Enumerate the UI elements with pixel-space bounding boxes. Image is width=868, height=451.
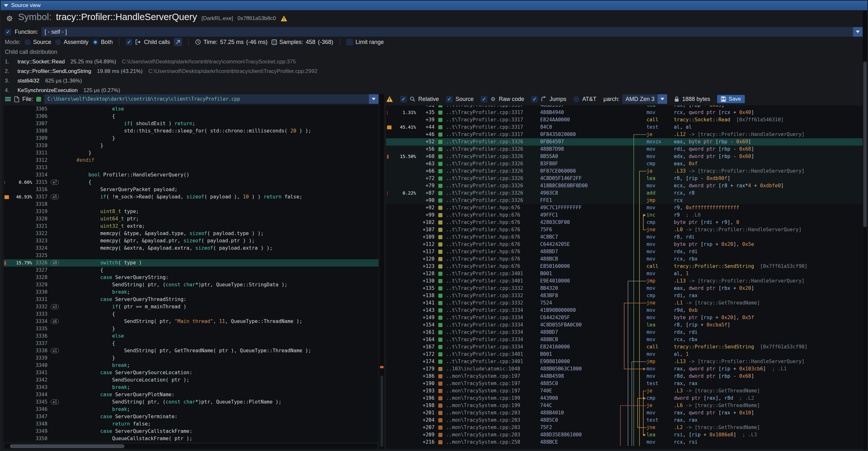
source-line[interactable]: 3346 break; [3,406,378,413]
child-call-item[interactable]: 1.tracy::Socket::Read25.25 ms (54.89%)C:… [5,57,858,66]
source-line[interactable]: 3312 #endif [3,157,378,164]
window-titlebar[interactable]: Source view [1,1,867,10]
asm-row[interactable]: 1.31%+35..t\TracyProfiler.cpp:3317488B49… [386,109,863,116]
asm-row[interactable]: +154..t\TracyProfiler.cpp:33344C8D055FBA… [386,321,863,329]
asm-row[interactable]: +66..t\TracyProfiler.cpp:33260F87CE06000… [386,168,863,175]
child-call-item[interactable]: 4.KeSynchronizeExecution125 μs (0.27%) [5,86,858,93]
source-line[interactable]: 3309 } [3,135,378,142]
asm-row[interactable]: +174..t\TracyProfiler.cpp:3401E9B8010000… [386,358,863,365]
source-line[interactable]: 3311 } [3,149,378,157]
source-line[interactable]: 3310 } [3,142,378,149]
source-line[interactable]: 3323 memcpy( &ptr, &payload.ptr, sizeof(… [3,237,378,245]
child-call-item[interactable]: 2.tracy::Profiler::SendLongString19.88 m… [5,66,858,76]
source-line[interactable]: 3341 case ServerQuerySourceLocation: [3,369,378,377]
source-line[interactable]: 3306 { [3,113,378,120]
asm-row[interactable]: +112..t\TracyProfiler.hpp:676C64424205Em… [386,241,863,248]
source-line[interactable]: 3342 SendSourceLocation( ptr ); [3,377,378,384]
asm-row[interactable]: +92..t\TracyProfiler.hpp:67649C7C1FFFFFF… [386,204,863,211]
att-toggle[interactable]: AT&T [573,96,596,102]
jumps-toggle[interactable]: Jumps [531,96,566,102]
asm-row[interactable]: +209..mon\TracySystem.cpp:203488D35E8861… [386,431,863,439]
source-line[interactable]: 3337 { [3,340,378,347]
source-line[interactable]: 3330 break; [3,289,378,296]
function-checkbox[interactable] [5,29,11,35]
asm-row[interactable]: +196..mon\TracySystem.cpp:199443900cmpdw… [386,395,863,402]
asm-row[interactable]: +216..mon\TracySystem.cpp:258488BCEmovrc… [386,439,863,446]
scrollbar-handle[interactable] [863,61,867,227]
asm-row[interactable]: +207..mon\TracySystem.cpp:20375F2jne.L2 … [386,424,863,431]
asm-row[interactable]: +190..mon\TracySystem.cpp:1974885C0testr… [386,380,863,387]
limit-range-toggle[interactable]: Limit range [346,39,384,46]
scrollbar-handle[interactable] [380,375,383,447]
source-line[interactable]: 3340 break; [3,362,378,369]
asm-row[interactable]: +117..t\TracyProfiler.hpp:676488BD7movrd… [386,248,863,255]
chevron-down-icon[interactable] [658,94,667,104]
radio-icon[interactable] [25,39,31,45]
collapse-arrow-icon[interactable] [4,4,8,7]
source-toggle[interactable]: Source [446,96,474,102]
chevron-down-icon[interactable] [369,94,378,104]
source-line[interactable]: 3344 case ServerQueryPlotName: [3,391,378,398]
jumps-checkbox[interactable] [531,96,538,102]
source-checkbox[interactable] [446,96,453,102]
source-line[interactable]: 3305 else [3,106,378,113]
horizontal-scrollbar[interactable] [4,444,378,449]
child-calls-toggle[interactable]: Child calls [126,39,170,46]
uarch-combo[interactable]: AMD Zen 3 [622,94,667,104]
asm-row[interactable]: +39..t\TracyProfiler.cpp:3317E824AA0000c… [386,116,863,124]
source-line[interactable]: 3314 bool Profiler::HandleServerQuery() [3,171,378,179]
source-line[interactable]: 3336 else [3,332,378,340]
source-view[interactable]: 3305 else3306 {3307 if( shouldExit ) ret… [3,106,378,442]
asm-row[interactable]: +63..t\TracyProfiler.cpp:332683F80Fcmpea… [386,160,863,168]
asm-row[interactable]: +186..mon\TracySystem.cpp:197448B4598mov… [386,373,863,380]
source-line[interactable]: 3329 SendString( ptr, (const char*)ptr, … [3,281,378,289]
source-line[interactable]: 3319 uint8_t type; [3,208,378,215]
source-line[interactable]: 3335 } [3,325,378,332]
open-external-button[interactable] [174,38,182,46]
raw-code-toggle[interactable]: Raw code [480,96,524,102]
asm-row[interactable]: +120..t\TracyProfiler.hpp:676488BCBmovrc… [386,255,863,263]
child-call-item[interactable]: 3.stat64i32625 μs (1.36%) [5,76,858,86]
asm-row[interactable]: +102..t\TracyProfiler.hpp:67642803C0F00c… [386,219,863,226]
source-line[interactable]: 3322 memcpy( &type, &payload.type, sizeo… [3,230,378,237]
asm-row[interactable]: +198..mon\TracySystem.cpp:199744Cje.L6 -… [386,402,863,409]
asm-row[interactable]: +90..t\TracyProfiler.cpp:3326FFE1jmprcx [386,197,863,204]
asm-row[interactable]: +135..t\TracyProfiler.cpp:33328B4320move… [386,285,863,292]
source-line[interactable]: 3308 std::this_thread::sleep_for( std::c… [3,127,378,135]
asm-row[interactable]: +138..t\TracyProfiler.cpp:3332483BF8cmpr… [386,292,863,299]
asm-row[interactable]: +149..t\TracyProfiler.cpp:3334C64424205F… [386,314,863,321]
asm-row[interactable]: +99..t\TracyProfiler.hpp:67649FFC1incr9 … [386,211,863,219]
child-calls-checkbox[interactable] [126,39,132,46]
source-line[interactable]: 3348 return false; [3,420,378,428]
function-combo[interactable]: [ - self - ] [41,27,863,37]
asm-row[interactable]: +179..103\include\atomic:1048488B05B63C1… [386,365,863,373]
source-vertical-scrollbar[interactable] [379,94,384,449]
scrollbar-handle[interactable] [10,444,124,448]
chevron-down-icon[interactable] [853,27,863,37]
source-line[interactable]: 3331 case ServerQueryThreadString: [3,296,378,303]
source-line[interactable]: 3324 memcpy( &extra, &payload.extra, siz… [3,245,378,252]
source-line[interactable]: 3320 uint64_t ptr; [3,215,378,222]
radio-icon[interactable] [92,39,98,45]
relative-checkbox[interactable] [400,96,407,102]
source-line[interactable]: 3321 uint32_t extra; [3,222,378,230]
asm-row[interactable]: +46..t\TracyProfiler.cpp:33170F843502000… [386,131,863,138]
source-line[interactable]: 0.66%3315a7 { [3,179,378,186]
source-line[interactable]: 3339 } [3,355,378,362]
source-line[interactable]: 15.79%3326a9 switch( type ) [3,259,378,267]
source-line[interactable]: 3328 case ServerQueryString: [3,274,378,281]
asm-row[interactable]: +79..t\TracyProfiler.cpp:3326418B8C80E0B… [386,182,863,189]
asm-row[interactable]: +193..mon\TracySystem.cpp:197740Eje.L3 -… [386,387,863,395]
asm-row[interactable]: +172..t\TracyProfiler.cpp:3401B001moval,… [386,351,863,358]
asm-row[interactable]: +109..t\TracyProfiler.hpp:6764C8BC7movr8… [386,234,863,241]
mode-radio-source[interactable]: Source [25,39,51,46]
file-combo[interactable]: C:\Users\wolf\Desktop\darkrl\contrib\tra… [44,94,378,104]
asm-row[interactable]: +52..t\TracyProfiler.cpp:33260FB64597mov… [386,138,863,146]
asm-row[interactable]: +204..mon\TracySystem.cpp:2034885C0testr… [386,417,863,424]
asm-row[interactable]: 45.41%+44..t\TracyProfiler.cpp:331784C0t… [386,124,863,131]
asm-row[interactable]: +107..t\TracyProfiler.hpp:67675F6jne.L0 … [386,226,863,234]
source-line[interactable]: 3343 break; [3,384,378,391]
limit-range-checkbox[interactable] [346,39,353,46]
raw-code-checkbox[interactable] [480,96,487,102]
asm-row[interactable]: +167..t\TracyProfiler.cpp:3334E824160000… [386,343,863,351]
